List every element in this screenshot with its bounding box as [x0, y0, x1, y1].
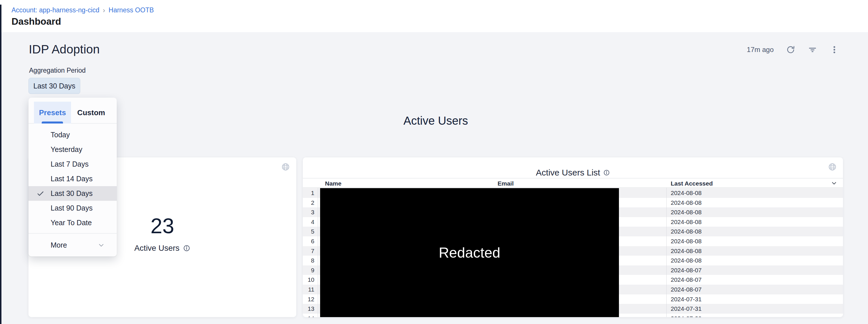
section-heading: Active Users: [29, 114, 843, 127]
left-panel-edge: [0, 5, 1, 324]
preset-option[interactable]: Last 90 Days: [29, 201, 117, 215]
preset-option-label: Last 90 Days: [29, 204, 93, 212]
preset-option-label: Last 14 Days: [29, 175, 93, 183]
globe-icon: [281, 163, 290, 171]
preset-option-label: Last 7 Days: [29, 160, 89, 168]
info-icon[interactable]: [603, 169, 610, 176]
row-number-cell: 6: [303, 238, 314, 245]
column-divider: [666, 178, 667, 317]
row-number-cell: 14: [303, 315, 314, 317]
kebab-menu-button[interactable]: [830, 45, 839, 55]
last-accessed-cell: 2024-08-08: [671, 209, 702, 216]
page-title: Dashboard: [11, 16, 61, 27]
row-number-cell: 1: [303, 189, 314, 196]
screen: Account: app-harness-ng-cicd › Harness O…: [0, 0, 868, 324]
last-accessed-cell: 2024-07-31: [671, 305, 702, 312]
preset-option-label: Today: [29, 131, 70, 139]
more-expander[interactable]: More: [29, 233, 117, 256]
row-number-cell: 3: [303, 209, 314, 216]
chevron-down-icon[interactable]: [831, 180, 838, 187]
redacted-overlay: Redacted: [320, 188, 619, 317]
last-accessed-cell: 2024-07-30: [671, 315, 702, 317]
top-header: Account: app-harness-ng-cicd › Harness O…: [0, 0, 868, 32]
column-header-last-accessed[interactable]: Last Accessed: [671, 180, 713, 187]
row-number-cell: 8: [303, 257, 314, 264]
row-number-cell: 13: [303, 305, 314, 312]
row-number-cell: 9: [303, 267, 314, 274]
row-number-cell: 2: [303, 199, 314, 206]
row-number-cell: 4: [303, 219, 314, 225]
row-number-cell: 12: [303, 296, 314, 303]
preset-option[interactable]: Last 14 Days: [29, 172, 117, 186]
preset-option[interactable]: Last 7 Days: [29, 157, 117, 172]
preset-option[interactable]: Today: [29, 128, 117, 142]
chevron-down-icon: [97, 242, 105, 249]
last-accessed-cell: 2024-08-08: [671, 238, 702, 245]
last-accessed-cell: 2024-08-08: [671, 248, 702, 254]
more-label: More: [29, 241, 67, 249]
last-accessed-cell: 2024-07-31: [671, 296, 702, 303]
row-number-cell: 10: [303, 276, 314, 283]
refresh-button[interactable]: [786, 45, 796, 55]
preset-option-list: Today Yesterday Last 7 Days: [29, 123, 117, 230]
date-preset-dropdown: Presets Custom Today: [29, 98, 117, 256]
last-accessed-cell: 2024-08-08: [671, 219, 702, 225]
metric-label: Active Users: [134, 244, 180, 253]
row-number-cell: 5: [303, 228, 314, 235]
last-accessed-cell: 2024-08-07: [671, 286, 702, 293]
column-header-name[interactable]: Name: [325, 180, 341, 187]
active-tab-indicator: [42, 121, 63, 123]
tab-custom[interactable]: Custom: [71, 102, 111, 123]
dashboard-title: IDP Adoption: [29, 42, 100, 56]
dashboard-actions: 17m ago: [747, 45, 839, 55]
row-number-cell: 11: [303, 286, 314, 293]
tab-custom-label: Custom: [78, 108, 105, 117]
dashboard-area: IDP Adoption 17m ago: [0, 32, 868, 324]
filter-icon: [808, 45, 817, 54]
preset-option-label: Yesterday: [29, 145, 82, 154]
dropdown-tabs: Presets Custom: [29, 98, 117, 123]
breadcrumb-separator-icon: ›: [103, 7, 105, 14]
table-title-row: Active Users List: [303, 168, 843, 178]
last-accessed-cell: 2024-08-08: [671, 257, 702, 264]
last-accessed-cell: 2024-08-07: [671, 267, 702, 274]
preset-option[interactable]: Yesterday: [29, 142, 117, 157]
aggregation-period-label: Aggregation Period: [29, 67, 86, 74]
refresh-icon: [786, 45, 795, 54]
column-divider: [318, 178, 318, 317]
breadcrumb: Account: app-harness-ng-cicd › Harness O…: [11, 6, 154, 14]
column-header-email[interactable]: Email: [498, 180, 514, 187]
last-refreshed-label: 17m ago: [747, 46, 774, 54]
last-accessed-cell: 2024-08-08: [671, 189, 702, 196]
check-icon: [36, 189, 45, 198]
table-header: Name Email Last Accessed: [303, 178, 843, 188]
kebab-menu-icon: [830, 45, 839, 54]
info-icon[interactable]: [183, 245, 190, 252]
tab-presets[interactable]: Presets: [34, 102, 71, 123]
aggregation-period-button[interactable]: Last 30 Days: [29, 78, 80, 94]
breadcrumb-account-link[interactable]: Account: app-harness-ng-cicd: [11, 6, 99, 14]
redacted-label: Redacted: [439, 245, 500, 261]
last-accessed-cell: 2024-08-07: [671, 276, 702, 283]
breadcrumb-dashboard-link[interactable]: Harness OOTB: [109, 6, 154, 14]
tab-presets-label: Presets: [39, 108, 66, 117]
row-number-cell: 7: [303, 248, 314, 254]
table-title: Active Users List: [536, 168, 600, 178]
active-users-list-card: Active Users List Name Email Last Access…: [303, 157, 843, 317]
last-accessed-cell: 2024-08-08: [671, 199, 702, 206]
last-accessed-cell: 2024-08-08: [671, 228, 702, 235]
filter-button[interactable]: [808, 45, 817, 55]
preset-option[interactable]: Last 30 Days: [29, 186, 117, 201]
preset-option-label: Year To Date: [29, 219, 92, 227]
preset-option[interactable]: Year To Date: [29, 215, 117, 230]
